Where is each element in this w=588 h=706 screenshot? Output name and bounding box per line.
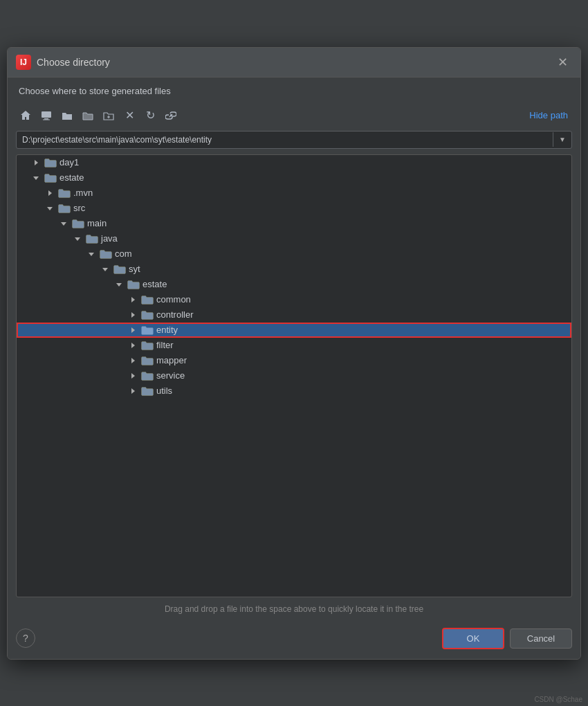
tree-item-service[interactable]: service <box>17 368 571 383</box>
cancel-button[interactable]: Cancel <box>510 628 572 649</box>
tree-item-estate2[interactable]: estate <box>17 277 571 292</box>
folder-icon <box>58 203 71 213</box>
title-bar-left: IJ Choose directory <box>16 55 110 70</box>
title-bar: IJ Choose directory ✕ <box>8 48 580 78</box>
svg-marker-12 <box>102 268 108 271</box>
tree-item-estate[interactable]: estate <box>17 170 571 185</box>
svg-marker-7 <box>48 190 52 196</box>
svg-marker-10 <box>75 237 80 241</box>
expanded-icon[interactable] <box>72 233 83 244</box>
expanded-icon[interactable] <box>58 218 69 229</box>
button-row: ? OK Cancel CSDN @Schae <box>8 621 580 659</box>
tree-area[interactable]: day1 estate .mvn src main java com syt e… <box>16 154 572 597</box>
folder-icon <box>141 356 154 365</box>
svg-marker-15 <box>131 312 135 318</box>
tree-item-label: syt <box>129 264 140 274</box>
tree-item-label: estate <box>59 172 84 183</box>
tree-item-label: .mvn <box>73 188 93 198</box>
tree-item-main[interactable]: main <box>17 216 571 231</box>
dialog-subtitle: Choose where to store generated files <box>8 78 580 103</box>
svg-marker-9 <box>61 222 66 226</box>
expanded-icon[interactable] <box>100 264 111 275</box>
folder-icon <box>44 173 57 183</box>
delete-button[interactable]: ✕ <box>120 106 139 125</box>
folder-icon <box>127 280 140 289</box>
new-folder-button[interactable] <box>99 106 118 125</box>
tree-item-controller[interactable]: controller <box>17 307 571 323</box>
tree-item-src[interactable]: src <box>17 201 571 216</box>
svg-marker-16 <box>131 327 135 333</box>
folder-icon <box>141 295 154 305</box>
svg-marker-20 <box>131 388 135 394</box>
path-dropdown-button[interactable]: ▼ <box>553 132 571 147</box>
tree-item-common[interactable]: common <box>17 292 571 307</box>
tree-item-label: filter <box>156 340 174 350</box>
dialog-title: Choose directory <box>37 57 110 68</box>
collapsed-icon[interactable] <box>127 370 138 381</box>
path-bar: ▼ <box>16 131 572 149</box>
folder-icon <box>141 386 154 396</box>
svg-rect-1 <box>44 118 48 120</box>
drag-hint: Drag and drop a file into the space abov… <box>8 597 580 621</box>
folder-icon <box>113 264 126 274</box>
link-button[interactable] <box>161 106 181 125</box>
folder-icon <box>100 249 112 259</box>
tree-item-label: src <box>73 203 85 213</box>
computer-button[interactable] <box>37 106 56 125</box>
svg-rect-2 <box>43 119 50 120</box>
tree-item-filter[interactable]: filter <box>17 338 571 353</box>
folder-icon <box>141 310 154 320</box>
folder-button[interactable] <box>57 106 77 125</box>
close-button[interactable]: ✕ <box>553 53 572 71</box>
hide-path-button[interactable]: Hide path <box>525 107 572 123</box>
collapsed-icon[interactable] <box>127 294 138 305</box>
tree-item-label: entity <box>156 325 178 335</box>
svg-marker-13 <box>116 283 122 287</box>
collapsed-icon[interactable] <box>127 355 138 366</box>
home-button[interactable] <box>16 106 35 125</box>
collapsed-icon[interactable] <box>127 309 138 320</box>
refresh-button[interactable]: ↻ <box>140 106 160 125</box>
expanded-icon[interactable] <box>30 172 42 183</box>
tree-item-mapper[interactable]: mapper <box>17 353 571 368</box>
tree-item-label: main <box>87 218 107 228</box>
tree-item-label: controller <box>156 309 193 320</box>
collapsed-icon[interactable] <box>127 325 138 336</box>
tree-item-entity[interactable]: entity <box>17 323 571 338</box>
help-button[interactable]: ? <box>16 628 35 648</box>
tree-item-syt[interactable]: syt <box>17 262 571 277</box>
dialog: IJ Choose directory ✕ Choose where to st… <box>7 47 581 660</box>
toolbar: ✕ ↻ Hide path <box>8 103 580 131</box>
svg-marker-17 <box>131 343 135 348</box>
app-icon: IJ <box>16 55 31 70</box>
tree-item-label: utils <box>156 386 172 396</box>
folder-icon <box>72 219 84 228</box>
folder-icon <box>44 158 57 168</box>
expanded-icon[interactable] <box>113 279 125 290</box>
svg-marker-14 <box>131 297 135 302</box>
folder-icon <box>141 341 154 350</box>
svg-marker-6 <box>33 176 39 180</box>
tree-item-.mvn[interactable]: .mvn <box>17 185 571 201</box>
svg-marker-5 <box>35 160 38 165</box>
collapsed-icon[interactable] <box>44 188 55 199</box>
svg-marker-18 <box>131 358 135 363</box>
tree-item-label: service <box>156 370 185 381</box>
ok-button[interactable]: OK <box>442 628 504 649</box>
collapsed-icon[interactable] <box>30 157 42 168</box>
folder2-button[interactable] <box>78 106 98 125</box>
tree-item-utils[interactable]: utils <box>17 383 571 399</box>
tree-item-java[interactable]: java <box>17 231 571 246</box>
collapsed-icon[interactable] <box>127 340 138 351</box>
folder-icon <box>86 234 98 244</box>
expanded-icon[interactable] <box>44 203 55 214</box>
expanded-icon[interactable] <box>86 248 97 260</box>
folder-icon <box>58 188 71 198</box>
collapsed-icon[interactable] <box>127 386 138 397</box>
tree-item-day1[interactable]: day1 <box>17 155 571 170</box>
svg-marker-11 <box>89 253 94 256</box>
tree-item-label: common <box>156 294 191 305</box>
path-input[interactable] <box>17 132 553 148</box>
tree-item-label: estate <box>143 279 167 289</box>
tree-item-com[interactable]: com <box>17 246 571 262</box>
